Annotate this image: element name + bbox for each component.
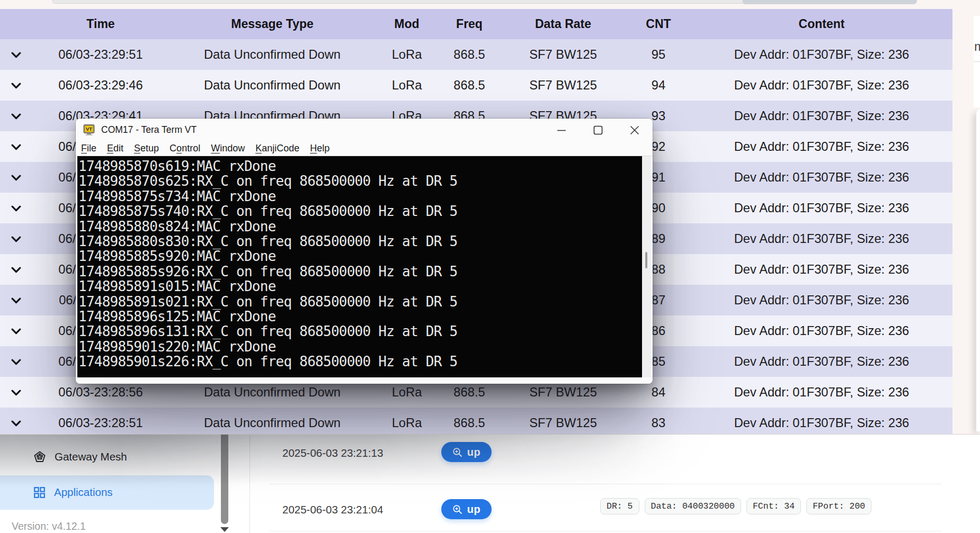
menu-item-setup[interactable]: Setup [129,143,164,154]
expand-row-cell[interactable] [0,162,32,193]
expand-row-cell[interactable] [0,101,32,131]
terminal-screen[interactable]: 1748985870s619:MAC rxDone 1748985870s625… [77,156,642,377]
cell-freq: 868.5 [439,70,500,101]
right-edge-divider [974,61,980,62]
chevron-down-icon [11,113,21,120]
expand-row-cell[interactable] [0,254,32,285]
cell-message-type: Data Unconfirmed Down [170,39,375,70]
teraterm-vt-icon: VT [83,124,95,135]
column-header-Content: Content [691,9,952,39]
cell-content: Dev Addr: 01F307BF, Size: 236 [691,408,952,435]
close-button[interactable] [616,119,653,141]
sidebar-item-label: Gateway Mesh [55,450,127,463]
chevron-down-icon [11,144,21,151]
chevron-down-icon [11,328,21,335]
menu-item-kanjicode[interactable]: KanjiCode [250,143,305,154]
menu-item-edit[interactable]: Edit [102,143,129,154]
expand-row-cell[interactable] [0,377,32,408]
expand-row-cell[interactable] [0,408,32,435]
cell-content: Dev Addr: 01F307BF, Size: 236 [691,193,952,223]
column-header-Data Rate: Data Rate [500,9,626,39]
svg-text:VT: VT [86,126,92,132]
cell-content: Dev Addr: 01F307BF, Size: 236 [691,285,952,315]
chevron-down-icon [11,236,21,243]
cell-content: Dev Addr: 01F307BF, Size: 236 [691,377,952,408]
right-edge-partial-text: m [974,39,980,54]
cell-cnt: 95 [626,39,691,70]
column-header-Freq: Freq [439,9,500,39]
cell-data-rate: SF7 BW125 [500,39,626,70]
cell-time: 06/03-23:28:51 [32,408,170,435]
menu-item-window[interactable]: Window [206,143,250,154]
expand-row-cell[interactable] [0,285,32,315]
table-row: 06/03-23:29:51Data Unconfirmed DownLoRa8… [0,39,952,70]
horizontal-scrollbar-thumb[interactable] [743,0,916,4]
maximize-button[interactable] [580,119,616,141]
minimize-icon [557,125,566,135]
cell-data-rate: SF7 BW125 [500,70,626,101]
chevron-down-icon [11,390,21,396]
column-header-Mod: Mod [375,9,439,39]
minimize-button[interactable] [543,119,580,141]
expand-row-cell[interactable] [0,346,32,377]
expand-row-cell[interactable] [0,131,32,162]
list-divider [269,531,941,531]
close-icon [630,125,639,135]
expand-row-cell[interactable] [0,39,32,70]
expand-row-cell[interactable] [0,193,32,223]
chevron-down-icon [11,297,21,304]
cell-content: Dev Addr: 01F307BF, Size: 236 [691,315,952,346]
sidebar-item-gateway-mesh[interactable]: Gateway Mesh [34,445,127,469]
chevron-down-icon [11,267,21,274]
chevron-down-icon [11,420,21,427]
chevron-down-icon [11,205,21,212]
uplink-badge: Data: 0400320000 [645,498,741,514]
screen: Gateway Mesh Applications Version: v4.12… [0,0,980,533]
menu-item-help[interactable]: Help [305,143,335,154]
up-button-label: up [467,446,480,458]
chevron-down-icon [11,175,21,182]
column-header-Message Type: Message Type [170,9,375,39]
expand-row-cell[interactable] [0,223,32,254]
expand-row-cell[interactable] [0,315,32,346]
cell-content: Dev Addr: 01F307BF, Size: 236 [691,254,952,285]
cell-content: Dev Addr: 01F307BF, Size: 236 [691,101,952,131]
applications-grid-icon [34,487,45,498]
cell-content: Dev Addr: 01F307BF, Size: 236 [691,162,952,193]
version-label: Version: v4.12.1 [12,520,86,532]
up-button-label: up [467,503,480,516]
cell-mod: LoRa [375,408,439,435]
uplink-up-button[interactable]: up [441,442,492,462]
cell-freq: 868.5 [439,39,500,70]
teraterm-titlebar[interactable]: VT COM17 - Tera Term VT [76,119,653,141]
cell-content: Dev Addr: 01F307BF, Size: 236 [691,346,952,377]
zoom-in-icon [452,447,462,457]
uplink-up-button[interactable]: up [441,499,492,519]
expand-row-cell[interactable] [0,70,32,101]
cell-time: 06/03-23:29:51 [32,39,170,70]
column-header-expand [0,9,32,39]
uplink-timestamp: 2025-06-03 23:21:13 [282,447,383,459]
terminal-scrollbar-thumb[interactable] [645,252,647,268]
cell-content: Dev Addr: 01F307BF, Size: 236 [691,223,952,254]
table-row: 06/03-23:29:46Data Unconfirmed DownLoRa8… [0,70,952,101]
sidebar-item-applications[interactable]: Applications [34,480,113,504]
teraterm-window: VT COM17 - Tera Term VT [76,119,653,384]
uplink-badge: DR: 5 [600,498,639,514]
terminal-scrollbar[interactable] [642,156,651,377]
gateway-mesh-icon [34,451,46,463]
menu-item-control[interactable]: Control [164,143,206,154]
column-header-CNT: CNT [626,9,691,39]
menu-item-file[interactable]: File [76,143,102,154]
cell-mod: LoRa [375,39,439,70]
maximize-icon [593,125,603,135]
table-row: 06/03-23:28:51Data Unconfirmed DownLoRa8… [0,408,952,435]
cell-cnt: 83 [626,408,691,435]
cell-message-type: Data Unconfirmed Down [170,408,375,435]
teraterm-menubar: FileEditSetupControlWindowKanjiCodeHelp [76,141,653,156]
cell-content: Dev Addr: 01F307BF, Size: 236 [691,39,952,70]
cell-content: Dev Addr: 01F307BF, Size: 236 [691,70,952,101]
cell-time: 06/03-23:29:46 [32,70,170,101]
sidebar-scrollbar-down-arrow[interactable] [220,527,229,532]
window-frame-bottom [76,377,653,384]
